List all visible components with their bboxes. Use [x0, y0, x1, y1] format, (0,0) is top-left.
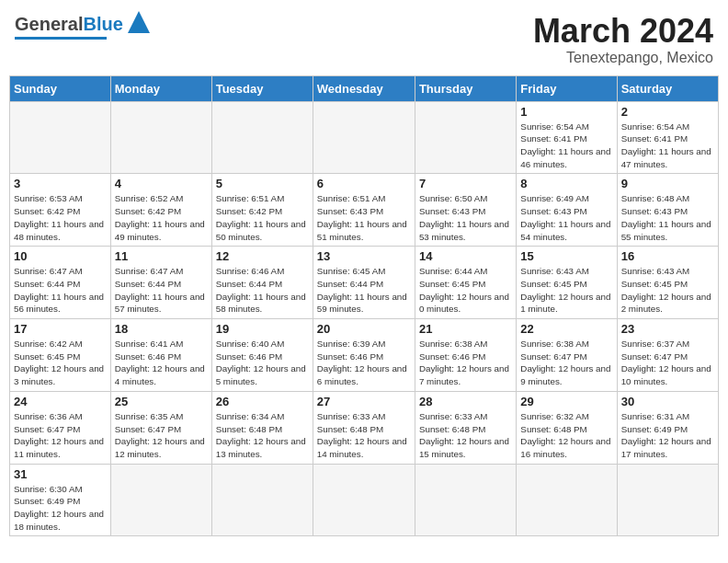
- calendar-week-row-4: 24Sunrise: 6:36 AM Sunset: 6:47 PM Dayli…: [10, 391, 719, 464]
- day-info: Sunrise: 6:42 AM Sunset: 6:45 PM Dayligh…: [14, 338, 107, 388]
- day-number: 6: [317, 177, 411, 190]
- day-info: Sunrise: 6:44 AM Sunset: 6:45 PM Dayligh…: [419, 265, 512, 316]
- col-friday: Friday: [517, 75, 617, 101]
- day-info: Sunrise: 6:38 AM Sunset: 6:46 PM Dayligh…: [419, 338, 512, 388]
- calendar-week-row-5: 31Sunrise: 6:30 AM Sunset: 6:49 PM Dayli…: [10, 464, 719, 536]
- calendar-cell: 25Sunrise: 6:35 AM Sunset: 6:47 PM Dayli…: [110, 391, 211, 464]
- day-info: Sunrise: 6:45 AM Sunset: 6:44 PM Dayligh…: [317, 265, 411, 316]
- calendar-week-row-1: 3Sunrise: 6:53 AM Sunset: 6:42 PM Daylig…: [10, 174, 719, 247]
- calendar-cell: [211, 101, 313, 174]
- calendar-cell: 13Sunrise: 6:45 AM Sunset: 6:44 PM Dayli…: [313, 247, 415, 319]
- day-number: 10: [14, 249, 107, 263]
- day-info: Sunrise: 6:37 AM Sunset: 6:47 PM Dayligh…: [621, 338, 714, 388]
- day-info: Sunrise: 6:41 AM Sunset: 6:46 PM Dayligh…: [115, 338, 208, 388]
- day-info: Sunrise: 6:43 AM Sunset: 6:45 PM Dayligh…: [621, 265, 714, 316]
- calendar-cell: 14Sunrise: 6:44 AM Sunset: 6:45 PM Dayli…: [415, 247, 516, 319]
- calendar-cell: 5Sunrise: 6:51 AM Sunset: 6:42 PM Daylig…: [211, 174, 313, 247]
- calendar-title: March 2024: [533, 13, 713, 50]
- day-info: Sunrise: 6:35 AM Sunset: 6:47 PM Dayligh…: [115, 410, 208, 461]
- calendar-cell: 10Sunrise: 6:47 AM Sunset: 6:44 PM Dayli…: [10, 247, 111, 319]
- day-info: Sunrise: 6:36 AM Sunset: 6:47 PM Dayligh…: [14, 410, 107, 461]
- col-wednesday: Wednesday: [313, 75, 415, 101]
- calendar-cell: [110, 101, 211, 174]
- calendar-cell: 20Sunrise: 6:39 AM Sunset: 6:46 PM Dayli…: [313, 319, 415, 392]
- calendar-cell: [211, 464, 313, 536]
- day-number: 18: [115, 322, 208, 336]
- col-monday: Monday: [110, 75, 211, 101]
- calendar-cell: 27Sunrise: 6:33 AM Sunset: 6:48 PM Dayli…: [313, 391, 415, 464]
- day-info: Sunrise: 6:51 AM Sunset: 6:43 PM Dayligh…: [317, 192, 411, 243]
- logo-icon: [126, 9, 152, 35]
- col-tuesday: Tuesday: [211, 75, 313, 101]
- day-number: 29: [520, 395, 612, 408]
- calendar-cell: 9Sunrise: 6:48 AM Sunset: 6:43 PM Daylig…: [617, 174, 718, 247]
- calendar-week-row-0: 1Sunrise: 6:54 AM Sunset: 6:41 PM Daylig…: [10, 101, 719, 174]
- day-info: Sunrise: 6:51 AM Sunset: 6:42 PM Dayligh…: [216, 192, 309, 243]
- calendar-cell: [415, 464, 516, 536]
- calendar-week-row-2: 10Sunrise: 6:47 AM Sunset: 6:44 PM Dayli…: [10, 247, 719, 319]
- logo: General Blue: [15, 13, 152, 40]
- calendar-table: Sunday Monday Tuesday Wednesday Thursday…: [9, 75, 719, 537]
- calendar-cell: 15Sunrise: 6:43 AM Sunset: 6:45 PM Dayli…: [517, 247, 617, 319]
- calendar-cell: 30Sunrise: 6:31 AM Sunset: 6:49 PM Dayli…: [617, 391, 718, 464]
- day-info: Sunrise: 6:31 AM Sunset: 6:49 PM Dayligh…: [621, 410, 714, 461]
- calendar-cell: 22Sunrise: 6:38 AM Sunset: 6:47 PM Dayli…: [517, 319, 617, 392]
- calendar-header-row: Sunday Monday Tuesday Wednesday Thursday…: [10, 75, 719, 101]
- day-info: Sunrise: 6:40 AM Sunset: 6:46 PM Dayligh…: [216, 338, 309, 388]
- day-number: 26: [216, 395, 309, 408]
- day-info: Sunrise: 6:53 AM Sunset: 6:42 PM Dayligh…: [14, 192, 107, 243]
- calendar-cell: 21Sunrise: 6:38 AM Sunset: 6:46 PM Dayli…: [415, 319, 516, 392]
- logo-general-text: General: [15, 14, 83, 35]
- day-info: Sunrise: 6:52 AM Sunset: 6:42 PM Dayligh…: [115, 192, 208, 243]
- col-saturday: Saturday: [617, 75, 718, 101]
- calendar-cell: [617, 464, 718, 536]
- day-info: Sunrise: 6:30 AM Sunset: 6:49 PM Dayligh…: [14, 483, 107, 534]
- calendar-cell: 24Sunrise: 6:36 AM Sunset: 6:47 PM Dayli…: [10, 391, 111, 464]
- calendar-cell: 19Sunrise: 6:40 AM Sunset: 6:46 PM Dayli…: [211, 319, 313, 392]
- svg-marker-0: [128, 11, 150, 33]
- day-info: Sunrise: 6:38 AM Sunset: 6:47 PM Dayligh…: [520, 338, 612, 388]
- calendar-cell: 3Sunrise: 6:53 AM Sunset: 6:42 PM Daylig…: [10, 174, 111, 247]
- calendar-cell: 4Sunrise: 6:52 AM Sunset: 6:42 PM Daylig…: [110, 174, 211, 247]
- day-number: 27: [317, 395, 411, 408]
- day-number: 2: [621, 105, 714, 119]
- calendar-cell: 23Sunrise: 6:37 AM Sunset: 6:47 PM Dayli…: [617, 319, 718, 392]
- day-number: 30: [621, 395, 714, 408]
- day-number: 14: [419, 249, 512, 263]
- calendar-cell: [313, 464, 415, 536]
- col-sunday: Sunday: [10, 75, 111, 101]
- day-info: Sunrise: 6:54 AM Sunset: 6:41 PM Dayligh…: [520, 121, 612, 171]
- day-number: 4: [115, 177, 208, 190]
- day-number: 17: [14, 322, 107, 336]
- calendar-cell: 2Sunrise: 6:54 AM Sunset: 6:41 PM Daylig…: [617, 101, 718, 174]
- day-number: 12: [216, 249, 309, 263]
- calendar-cell: 28Sunrise: 6:33 AM Sunset: 6:48 PM Dayli…: [415, 391, 516, 464]
- calendar-cell: 29Sunrise: 6:32 AM Sunset: 6:48 PM Dayli…: [517, 391, 617, 464]
- page-wrapper: General Blue March 2024 Tenextepango, Me…: [9, 9, 719, 536]
- day-info: Sunrise: 6:33 AM Sunset: 6:48 PM Dayligh…: [317, 410, 411, 461]
- calendar-cell: 31Sunrise: 6:30 AM Sunset: 6:49 PM Dayli…: [10, 464, 111, 536]
- day-info: Sunrise: 6:49 AM Sunset: 6:43 PM Dayligh…: [520, 192, 612, 243]
- calendar-cell: 1Sunrise: 6:54 AM Sunset: 6:41 PM Daylig…: [517, 101, 617, 174]
- day-info: Sunrise: 6:43 AM Sunset: 6:45 PM Dayligh…: [520, 265, 612, 316]
- day-number: 1: [520, 105, 612, 119]
- day-number: 22: [520, 322, 612, 336]
- col-thursday: Thursday: [415, 75, 516, 101]
- day-info: Sunrise: 6:34 AM Sunset: 6:48 PM Dayligh…: [216, 410, 309, 461]
- day-info: Sunrise: 6:46 AM Sunset: 6:44 PM Dayligh…: [216, 265, 309, 316]
- day-info: Sunrise: 6:54 AM Sunset: 6:41 PM Dayligh…: [621, 121, 714, 171]
- day-number: 8: [520, 177, 612, 190]
- calendar-cell: 7Sunrise: 6:50 AM Sunset: 6:43 PM Daylig…: [415, 174, 516, 247]
- logo-underline: [15, 37, 107, 40]
- logo-blue-text: Blue: [83, 14, 122, 35]
- day-number: 9: [621, 177, 714, 190]
- calendar-cell: 6Sunrise: 6:51 AM Sunset: 6:43 PM Daylig…: [313, 174, 415, 247]
- day-number: 13: [317, 249, 411, 263]
- calendar-cell: [10, 101, 111, 174]
- calendar-cell: [415, 101, 516, 174]
- day-number: 24: [14, 395, 107, 408]
- calendar-cell: 26Sunrise: 6:34 AM Sunset: 6:48 PM Dayli…: [211, 391, 313, 464]
- day-number: 5: [216, 177, 309, 190]
- day-info: Sunrise: 6:39 AM Sunset: 6:46 PM Dayligh…: [317, 338, 411, 388]
- day-number: 15: [520, 249, 612, 263]
